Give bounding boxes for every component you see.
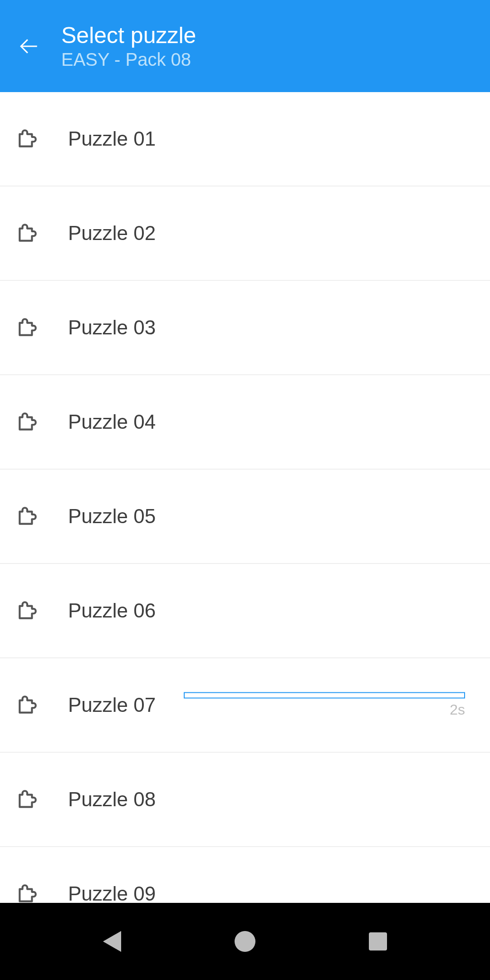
puzzle-list-item[interactable]: Puzzle 04 xyxy=(0,375,490,470)
page-title: Select puzzle xyxy=(61,22,196,49)
puzzle-label: Puzzle 05 xyxy=(68,505,465,528)
puzzle-piece-icon xyxy=(16,788,39,811)
nav-home-icon xyxy=(235,931,255,952)
puzzle-list-item[interactable]: Puzzle 05 xyxy=(0,470,490,564)
puzzle-piece-icon xyxy=(16,599,39,622)
nav-recent-icon xyxy=(369,932,387,951)
app-header: Select puzzle EASY - Pack 08 xyxy=(0,0,490,92)
puzzle-progress-block: 2s xyxy=(184,692,465,718)
puzzle-progress-bar xyxy=(184,692,465,699)
back-arrow-icon xyxy=(18,35,41,58)
puzzle-list-item[interactable]: Puzzle 02 xyxy=(0,186,490,281)
puzzle-list-item[interactable]: Puzzle 01 xyxy=(0,92,490,186)
puzzle-label: Puzzle 01 xyxy=(68,127,465,150)
nav-recent-button[interactable] xyxy=(364,928,392,955)
puzzle-piece-icon xyxy=(16,127,39,150)
puzzle-piece-icon xyxy=(16,222,39,245)
header-text-block: Select puzzle EASY - Pack 08 xyxy=(61,22,196,70)
puzzle-piece-icon xyxy=(16,316,39,339)
back-button[interactable] xyxy=(14,30,45,62)
puzzle-list-item[interactable]: Puzzle 03 xyxy=(0,281,490,375)
puzzle-list-item[interactable]: Puzzle 072s xyxy=(0,658,490,753)
puzzle-label: Puzzle 09 xyxy=(68,882,465,903)
puzzle-list-item[interactable]: Puzzle 08 xyxy=(0,753,490,847)
nav-home-button[interactable] xyxy=(231,928,259,955)
puzzle-list-item[interactable]: Puzzle 06 xyxy=(0,564,490,658)
system-nav-bar xyxy=(0,903,490,980)
puzzle-piece-icon xyxy=(16,694,39,716)
page-subtitle: EASY - Pack 08 xyxy=(61,49,196,70)
puzzle-label: Puzzle 06 xyxy=(68,599,465,622)
puzzle-label: Puzzle 04 xyxy=(68,411,465,433)
puzzle-time-label: 2s xyxy=(450,701,465,718)
nav-back-button[interactable] xyxy=(98,928,126,955)
puzzle-label: Puzzle 02 xyxy=(68,222,465,245)
puzzle-list[interactable]: Puzzle 01 Puzzle 02 Puzzle 03 Puzzle 04 … xyxy=(0,92,490,903)
puzzle-piece-icon xyxy=(16,411,39,433)
puzzle-label: Puzzle 03 xyxy=(68,316,465,339)
puzzle-label: Puzzle 08 xyxy=(68,788,465,811)
nav-back-icon xyxy=(103,931,121,952)
puzzle-piece-icon xyxy=(16,505,39,528)
puzzle-piece-icon xyxy=(16,882,39,903)
puzzle-list-item[interactable]: Puzzle 09 xyxy=(0,847,490,903)
